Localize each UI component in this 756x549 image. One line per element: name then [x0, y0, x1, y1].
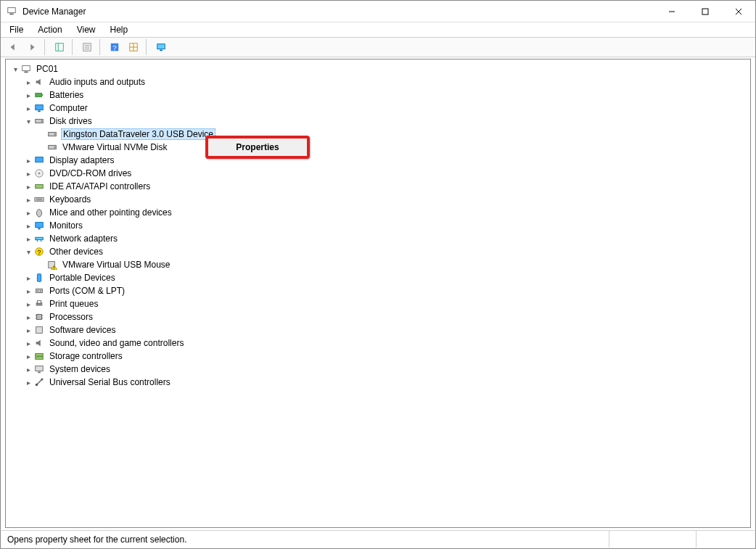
category-usb-controllers[interactable]: ▸ Universal Serial Bus controllers — [6, 376, 750, 389]
display-adapter-icon — [33, 154, 45, 166]
disk-icon — [46, 128, 58, 140]
svg-point-28 — [54, 133, 56, 135]
chevron-down-icon[interactable]: ▾ — [10, 64, 20, 74]
chevron-right-icon[interactable]: ▸ — [23, 338, 33, 348]
category-portable-devices[interactable]: ▸ Portable Devices — [6, 271, 750, 284]
chevron-right-icon[interactable]: ▸ — [23, 168, 33, 178]
monitor-icon — [33, 220, 45, 231]
chevron-right-icon[interactable]: ▸ — [23, 377, 33, 387]
device-vmware-usb-mouse[interactable]: ▸ ! VMware Virtual USB Mouse — [6, 258, 750, 271]
category-system-devices[interactable]: ▸ System devices — [6, 363, 750, 376]
battery-icon — [33, 89, 45, 101]
chevron-right-icon[interactable]: ▸ — [23, 194, 33, 205]
properties-button[interactable] — [79, 39, 95, 55]
chevron-right-icon[interactable]: ▸ — [23, 351, 33, 361]
category-dvd[interactable]: ▸ DVD/CD-ROM drives — [6, 167, 750, 180]
category-other-devices[interactable]: ▾ ? Other devices — [6, 245, 750, 258]
chevron-right-icon[interactable]: ▸ — [23, 181, 33, 191]
context-menu-properties[interactable]: Properties — [236, 142, 279, 152]
monitor-button[interactable] — [153, 39, 169, 55]
svg-rect-34 — [36, 184, 44, 188]
disc-icon — [33, 168, 45, 179]
category-ide[interactable]: ▸ IDE ATA/ATAPI controllers — [6, 180, 750, 193]
svg-rect-62 — [36, 357, 44, 360]
chevron-right-icon[interactable]: ▸ — [23, 155, 33, 165]
chevron-right-icon[interactable]: ▸ — [23, 286, 33, 296]
chevron-right-icon[interactable]: ▸ — [23, 207, 33, 218]
category-sound-video-game[interactable]: ▸ Sound, video and game controllers — [6, 337, 750, 350]
device-label: VMware Virtual NVMe Disk — [61, 142, 168, 152]
status-text: Opens property sheet for the current sel… — [1, 531, 609, 548]
category-label: Sound, video and game controllers — [48, 338, 185, 348]
chevron-down-icon[interactable]: ▾ — [23, 116, 33, 126]
chevron-right-icon[interactable]: ▸ — [23, 77, 33, 87]
svg-point-38 — [37, 210, 42, 218]
forward-button[interactable] — [24, 39, 40, 55]
chevron-right-icon[interactable]: ▸ — [23, 325, 33, 335]
category-software-devices[interactable]: ▸ Software devices — [6, 323, 750, 337]
svg-rect-23 — [36, 105, 44, 110]
chevron-right-icon[interactable]: ▸ — [23, 299, 33, 309]
device-label: Kingston DataTraveler 3.0 USB Device — [61, 128, 215, 140]
chevron-right-icon[interactable]: ▸ — [23, 273, 33, 283]
category-label: System devices — [48, 364, 112, 374]
context-menu[interactable]: Properties — [205, 136, 310, 159]
toolbar-separator — [146, 39, 149, 55]
menu-file[interactable]: File — [4, 23, 29, 36]
toolbar: ? — [1, 37, 755, 57]
show-hide-tree-button[interactable] — [52, 39, 67, 55]
device-kingston-datatraveler[interactable]: ▸ Kingston DataTraveler 3.0 USB Device — [6, 128, 750, 141]
disk-icon — [33, 115, 45, 127]
category-label: Mice and other pointing devices — [48, 207, 173, 218]
category-mice[interactable]: ▸ Mice and other pointing devices — [6, 206, 750, 219]
minimize-button[interactable] — [655, 1, 689, 22]
svg-rect-3 — [702, 9, 708, 15]
svg-rect-18 — [160, 50, 163, 51]
close-button[interactable] — [722, 1, 755, 22]
chevron-right-icon[interactable]: ▸ — [23, 234, 33, 244]
category-batteries[interactable]: ▸ Batteries — [6, 88, 750, 102]
category-disk-drives[interactable]: ▾ Disk drives — [6, 115, 750, 128]
svg-rect-20 — [24, 72, 28, 73]
category-label: Other devices — [48, 247, 104, 257]
chevron-right-icon[interactable]: ▸ — [23, 364, 33, 374]
menu-action[interactable]: Action — [32, 23, 67, 36]
category-ports[interactable]: ▸ Ports (COM & LPT) — [6, 284, 750, 297]
status-cell-3 — [697, 531, 755, 548]
category-network[interactable]: ▸ Network adapters — [6, 232, 750, 245]
category-storage-controllers[interactable]: ▸ Storage controllers — [6, 350, 750, 363]
help-button[interactable]: ? — [107, 39, 123, 55]
category-computer[interactable]: ▸ Computer — [6, 102, 750, 115]
svg-rect-39 — [36, 223, 44, 228]
device-tree[interactable]: ▾ PC01 ▸ Audio inputs and outputs ▸ Batt… — [5, 59, 751, 528]
svg-rect-64 — [38, 372, 41, 373]
statusbar: Opens property sheet for the current sel… — [1, 530, 755, 548]
svg-rect-31 — [36, 157, 44, 162]
menu-help[interactable]: Help — [104, 23, 134, 36]
menu-view[interactable]: View — [71, 23, 102, 36]
chevron-right-icon[interactable]: ▸ — [23, 103, 33, 113]
svg-text:?: ? — [38, 249, 41, 256]
category-keyboards[interactable]: ▸ Keyboards — [6, 193, 750, 206]
device-vmware-nvme[interactable]: ▸ VMware Virtual NVMe Disk — [6, 141, 750, 154]
category-monitors[interactable]: ▸ Monitors — [6, 219, 750, 232]
chevron-right-icon[interactable]: ▸ — [23, 312, 33, 322]
category-audio[interactable]: ▸ Audio inputs and outputs — [6, 75, 750, 88]
category-processors[interactable]: ▸ Processors — [6, 310, 750, 323]
category-label: Keyboards — [48, 194, 92, 205]
chevron-right-icon[interactable]: ▸ — [23, 220, 33, 231]
category-print-queues[interactable]: ▸ Print queues — [6, 297, 750, 310]
usb-icon — [33, 376, 45, 388]
back-button[interactable] — [5, 39, 21, 55]
category-display[interactable]: ▸ Display adapters — [6, 154, 750, 167]
chevron-right-icon[interactable]: ▸ — [23, 90, 33, 100]
svg-rect-55 — [37, 315, 42, 320]
scan-hardware-button[interactable] — [126, 39, 141, 55]
maximize-button[interactable] — [689, 1, 722, 22]
monitor-icon — [33, 102, 45, 114]
category-label: Network adapters — [48, 234, 119, 244]
tree-root[interactable]: ▾ PC01 — [6, 62, 750, 75]
svg-line-66 — [37, 380, 42, 385]
chevron-down-icon[interactable]: ▾ — [23, 247, 33, 257]
category-label: Storage controllers — [48, 351, 124, 361]
